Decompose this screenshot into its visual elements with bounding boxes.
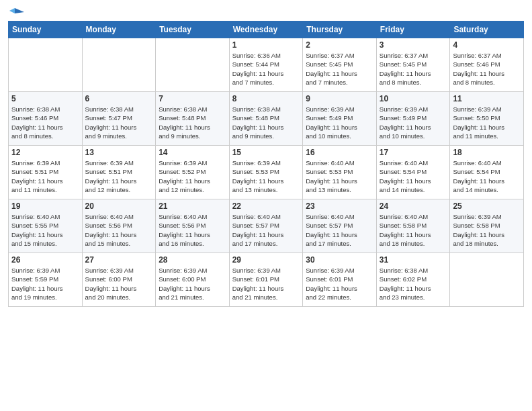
calendar-cell <box>450 253 524 307</box>
dow-tuesday: Tuesday <box>156 21 230 38</box>
day-info: Sunrise: 6:37 AM Sunset: 5:45 PM Dayligh… <box>306 51 373 87</box>
day-number: 29 <box>232 255 300 265</box>
day-info: Sunrise: 6:40 AM Sunset: 5:57 PM Dayligh… <box>306 212 373 248</box>
day-info: Sunrise: 6:39 AM Sunset: 5:52 PM Dayligh… <box>159 158 226 194</box>
day-info: Sunrise: 6:40 AM Sunset: 5:57 PM Dayligh… <box>232 212 300 248</box>
day-info: Sunrise: 6:40 AM Sunset: 5:55 PM Dayligh… <box>11 212 79 248</box>
calendar-cell: 14Sunrise: 6:39 AM Sunset: 5:52 PM Dayli… <box>156 146 230 199</box>
logo <box>8 7 24 17</box>
day-number: 22 <box>232 201 300 211</box>
day-number: 18 <box>453 148 521 157</box>
day-number: 12 <box>11 148 79 157</box>
calendar-body: 1Sunrise: 6:36 AM Sunset: 5:44 PM Daylig… <box>9 38 524 307</box>
day-of-week-header-row: SundayMondayTuesdayWednesdayThursdayFrid… <box>9 21 524 38</box>
day-info: Sunrise: 6:38 AM Sunset: 5:48 PM Dayligh… <box>232 105 300 140</box>
calendar-cell: 5Sunrise: 6:38 AM Sunset: 5:46 PM Daylig… <box>9 92 83 146</box>
day-info: Sunrise: 6:38 AM Sunset: 6:02 PM Dayligh… <box>380 266 447 302</box>
day-info: Sunrise: 6:40 AM Sunset: 5:56 PM Dayligh… <box>85 212 153 248</box>
calendar-cell: 8Sunrise: 6:38 AM Sunset: 5:48 PM Daylig… <box>229 92 303 146</box>
calendar-table: SundayMondayTuesdayWednesdayThursdayFrid… <box>8 21 524 307</box>
day-number: 14 <box>159 148 226 157</box>
day-info: Sunrise: 6:40 AM Sunset: 5:58 PM Dayligh… <box>380 212 447 248</box>
calendar-cell: 12Sunrise: 6:39 AM Sunset: 5:51 PM Dayli… <box>9 146 83 199</box>
day-info: Sunrise: 6:40 AM Sunset: 5:54 PM Dayligh… <box>453 158 521 194</box>
calendar-cell: 29Sunrise: 6:39 AM Sunset: 6:01 PM Dayli… <box>229 253 303 307</box>
svg-marker-0 <box>15 8 24 13</box>
week-row-3: 12Sunrise: 6:39 AM Sunset: 5:51 PM Dayli… <box>9 146 524 199</box>
day-info: Sunrise: 6:39 AM Sunset: 5:50 PM Dayligh… <box>453 105 521 140</box>
day-number: 21 <box>159 201 226 211</box>
day-number: 15 <box>232 148 300 157</box>
day-number: 16 <box>306 148 373 157</box>
day-info: Sunrise: 6:39 AM Sunset: 5:49 PM Dayligh… <box>306 105 373 140</box>
day-info: Sunrise: 6:40 AM Sunset: 5:56 PM Dayligh… <box>159 212 226 248</box>
day-number: 13 <box>85 148 153 157</box>
dow-monday: Monday <box>82 21 156 38</box>
calendar-cell: 24Sunrise: 6:40 AM Sunset: 5:58 PM Dayli… <box>376 199 450 253</box>
calendar-cell: 16Sunrise: 6:40 AM Sunset: 5:53 PM Dayli… <box>303 146 377 199</box>
day-number: 6 <box>85 94 153 103</box>
day-number: 26 <box>11 255 79 265</box>
header <box>8 7 524 17</box>
day-info: Sunrise: 6:39 AM Sunset: 6:01 PM Dayligh… <box>306 266 373 302</box>
calendar-cell: 22Sunrise: 6:40 AM Sunset: 5:57 PM Dayli… <box>229 199 303 253</box>
day-info: Sunrise: 6:36 AM Sunset: 5:44 PM Dayligh… <box>232 51 300 87</box>
calendar-cell <box>9 38 83 92</box>
calendar-cell: 6Sunrise: 6:38 AM Sunset: 5:47 PM Daylig… <box>82 92 156 146</box>
calendar-cell: 17Sunrise: 6:40 AM Sunset: 5:54 PM Dayli… <box>376 146 450 199</box>
dow-wednesday: Wednesday <box>229 21 303 38</box>
calendar-cell: 9Sunrise: 6:39 AM Sunset: 5:49 PM Daylig… <box>303 92 377 146</box>
calendar-cell: 19Sunrise: 6:40 AM Sunset: 5:55 PM Dayli… <box>9 199 83 253</box>
calendar-cell: 25Sunrise: 6:39 AM Sunset: 5:58 PM Dayli… <box>450 199 524 253</box>
dow-thursday: Thursday <box>303 21 377 38</box>
day-number: 20 <box>85 201 153 211</box>
week-row-1: 1Sunrise: 6:36 AM Sunset: 5:44 PM Daylig… <box>9 38 524 92</box>
calendar-cell: 18Sunrise: 6:40 AM Sunset: 5:54 PM Dayli… <box>450 146 524 199</box>
dow-saturday: Saturday <box>450 21 524 38</box>
day-number: 25 <box>453 201 521 211</box>
calendar-cell: 26Sunrise: 6:39 AM Sunset: 5:59 PM Dayli… <box>9 253 83 307</box>
calendar-cell: 13Sunrise: 6:39 AM Sunset: 5:51 PM Dayli… <box>82 146 156 199</box>
day-number: 1 <box>232 40 300 50</box>
calendar-cell: 2Sunrise: 6:37 AM Sunset: 5:45 PM Daylig… <box>303 38 377 92</box>
day-info: Sunrise: 6:39 AM Sunset: 5:49 PM Dayligh… <box>380 105 447 140</box>
day-info: Sunrise: 6:39 AM Sunset: 6:00 PM Dayligh… <box>85 266 153 302</box>
day-number: 30 <box>306 255 373 265</box>
calendar-cell: 23Sunrise: 6:40 AM Sunset: 5:57 PM Dayli… <box>303 199 377 253</box>
day-info: Sunrise: 6:37 AM Sunset: 5:46 PM Dayligh… <box>453 51 521 87</box>
calendar-cell: 4Sunrise: 6:37 AM Sunset: 5:46 PM Daylig… <box>450 38 524 92</box>
day-number: 31 <box>380 255 447 265</box>
svg-marker-1 <box>9 8 15 13</box>
day-info: Sunrise: 6:39 AM Sunset: 5:58 PM Dayligh… <box>453 212 521 248</box>
week-row-2: 5Sunrise: 6:38 AM Sunset: 5:46 PM Daylig… <box>9 92 524 146</box>
day-info: Sunrise: 6:39 AM Sunset: 5:51 PM Dayligh… <box>11 158 79 194</box>
day-info: Sunrise: 6:39 AM Sunset: 5:53 PM Dayligh… <box>232 158 300 194</box>
day-info: Sunrise: 6:39 AM Sunset: 5:59 PM Dayligh… <box>11 266 79 302</box>
calendar-cell <box>82 38 156 92</box>
calendar-cell: 11Sunrise: 6:39 AM Sunset: 5:50 PM Dayli… <box>450 92 524 146</box>
day-number: 23 <box>306 201 373 211</box>
day-number: 7 <box>159 94 226 103</box>
day-info: Sunrise: 6:38 AM Sunset: 5:47 PM Dayligh… <box>85 105 153 140</box>
day-number: 5 <box>11 94 79 103</box>
calendar-cell: 31Sunrise: 6:38 AM Sunset: 6:02 PM Dayli… <box>376 253 450 307</box>
calendar-cell: 10Sunrise: 6:39 AM Sunset: 5:49 PM Dayli… <box>376 92 450 146</box>
calendar-cell: 28Sunrise: 6:39 AM Sunset: 6:00 PM Dayli… <box>156 253 230 307</box>
day-number: 17 <box>380 148 447 157</box>
day-number: 10 <box>380 94 447 103</box>
day-info: Sunrise: 6:38 AM Sunset: 5:48 PM Dayligh… <box>159 105 226 140</box>
day-number: 9 <box>306 94 373 103</box>
dow-sunday: Sunday <box>9 21 83 38</box>
dow-friday: Friday <box>376 21 450 38</box>
calendar-cell: 15Sunrise: 6:39 AM Sunset: 5:53 PM Dayli… <box>229 146 303 199</box>
calendar-cell: 21Sunrise: 6:40 AM Sunset: 5:56 PM Dayli… <box>156 199 230 253</box>
calendar-cell: 7Sunrise: 6:38 AM Sunset: 5:48 PM Daylig… <box>156 92 230 146</box>
day-number: 11 <box>453 94 521 103</box>
page: SundayMondayTuesdayWednesdayThursdayFrid… <box>0 0 532 411</box>
day-info: Sunrise: 6:39 AM Sunset: 5:51 PM Dayligh… <box>85 158 153 194</box>
day-number: 27 <box>85 255 153 265</box>
week-row-5: 26Sunrise: 6:39 AM Sunset: 5:59 PM Dayli… <box>9 253 524 307</box>
logo-bird-icon <box>9 7 24 19</box>
day-info: Sunrise: 6:38 AM Sunset: 5:46 PM Dayligh… <box>11 105 79 140</box>
day-number: 2 <box>306 40 373 50</box>
